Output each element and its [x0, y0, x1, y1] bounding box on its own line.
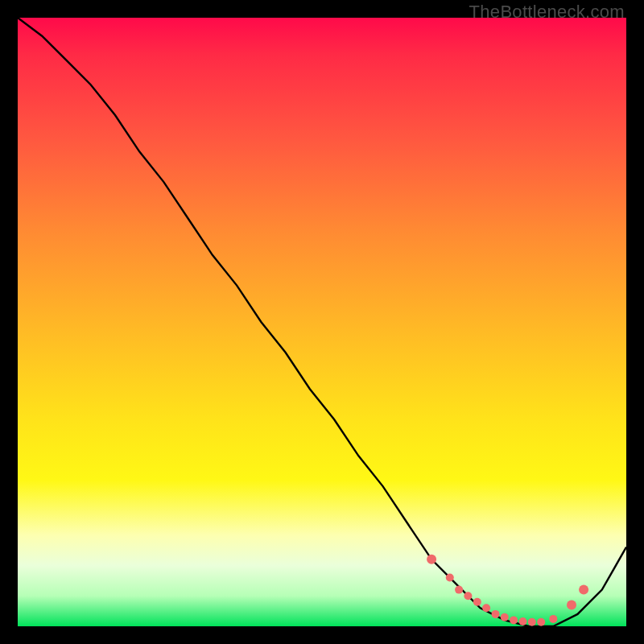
marker-dot: [473, 598, 481, 606]
marker-dot: [464, 592, 472, 600]
marker-dot: [455, 586, 463, 594]
marker-dot: [446, 574, 454, 582]
marker-dot: [519, 617, 527, 625]
curve-line: [18, 18, 626, 626]
marker-dot: [567, 601, 576, 610]
marker-dot: [528, 618, 536, 626]
marker-dot: [501, 613, 509, 621]
marker-dot: [579, 585, 588, 595]
marker-dot: [492, 610, 500, 618]
chart-svg: [18, 18, 626, 626]
marker-dot: [482, 604, 490, 612]
marker-dot: [549, 615, 557, 623]
chart-stage: TheBottleneck.com: [0, 0, 644, 644]
marker-group: [427, 555, 588, 626]
plot-area: [18, 18, 626, 626]
marker-dot: [537, 618, 545, 626]
bottleneck-curve-path: [18, 18, 626, 626]
marker-dot: [427, 555, 436, 564]
marker-dot: [510, 616, 518, 624]
